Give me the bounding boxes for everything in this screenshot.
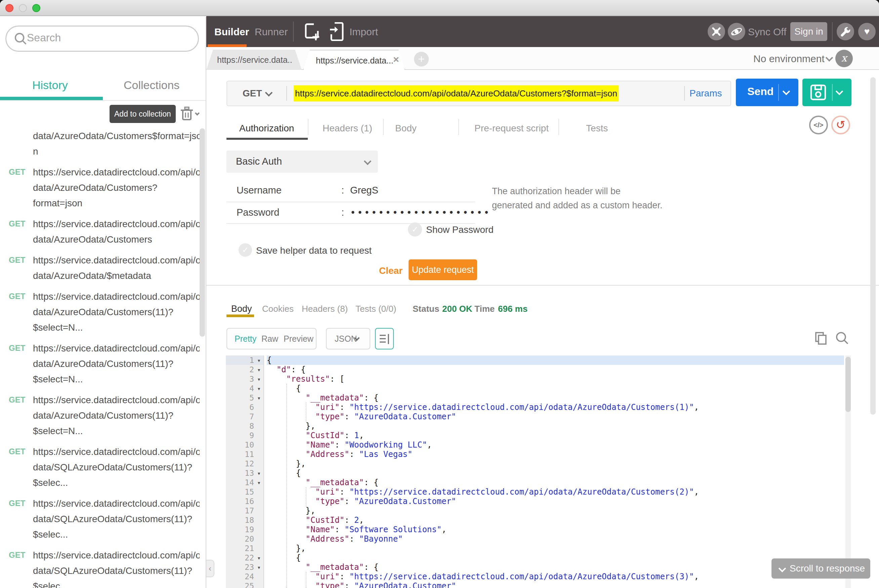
- view-pretty[interactable]: Pretty: [234, 334, 256, 344]
- chevron-down-icon[interactable]: [836, 88, 843, 95]
- line-number: 6: [226, 402, 263, 412]
- tab-history[interactable]: History: [32, 79, 68, 92]
- view-preview[interactable]: Preview: [284, 334, 314, 344]
- response-scrollbar-thumb[interactable]: [845, 357, 851, 412]
- history-item[interactable]: GEThttps://service.datadirectcloud.com/a…: [0, 444, 200, 496]
- history-item[interactable]: GEThttps://service.datadirectcloud.com/a…: [0, 289, 200, 341]
- divider: [206, 285, 879, 286]
- tab-body[interactable]: Body: [395, 123, 417, 134]
- response-tab-tests[interactable]: Tests (0/0): [356, 304, 396, 314]
- tab-authorization[interactable]: Authorization: [239, 123, 294, 134]
- generate-code-icon[interactable]: </>: [809, 116, 828, 134]
- update-request-button[interactable]: Update request: [409, 260, 477, 280]
- window-scrollbar-thumb[interactable]: [870, 77, 876, 415]
- close-window-button[interactable]: [5, 4, 14, 12]
- settings-wrench-icon[interactable]: [837, 23, 854, 40]
- sidebar: Search History Collections Add to collec…: [0, 17, 206, 588]
- history-url: https://service.datadirectcloud.com/api/…: [33, 341, 200, 387]
- history-method: GET: [9, 165, 33, 211]
- zoom-window-button[interactable]: [32, 4, 40, 12]
- history-item[interactable]: GEThttps://service.datadirectcloud.com/a…: [0, 216, 200, 253]
- clear-button[interactable]: Clear: [379, 266, 402, 276]
- response-search-icon[interactable]: [836, 331, 849, 345]
- sidebar-collapse-handle[interactable]: ‹: [206, 560, 214, 577]
- sync-icon[interactable]: [728, 23, 745, 40]
- language-select[interactable]: JSON: [326, 328, 370, 350]
- sign-in-button[interactable]: Sign in: [790, 22, 827, 41]
- undo-icon[interactable]: ↺: [831, 116, 850, 134]
- show-password-checkbox[interactable]: ✓: [408, 222, 422, 237]
- chevron-down-icon[interactable]: [195, 111, 200, 116]
- tab-collections[interactable]: Collections: [124, 79, 179, 92]
- import-label[interactable]: Import: [350, 26, 378, 38]
- line-number: 17: [226, 506, 263, 515]
- tab-tests[interactable]: Tests: [586, 123, 608, 134]
- scroll-to-response-button[interactable]: Scroll to response: [771, 558, 870, 579]
- response-tab-body[interactable]: Body: [231, 304, 252, 314]
- history-url: https://service.datadirectcloud.com/api/…: [33, 216, 200, 247]
- history-item[interactable]: data/AzureOdata/Customers$format=json: [0, 128, 200, 165]
- line-number: 14▾: [226, 478, 263, 487]
- nav-runner[interactable]: Runner: [255, 26, 288, 38]
- history-item[interactable]: GEThttps://service.datadirectcloud.com/a…: [0, 341, 200, 393]
- send-button[interactable]: Send: [736, 79, 798, 106]
- code-line: "uri": "https://service.datadirectcloud.…: [267, 487, 844, 496]
- code-line: "__metadata": {: [267, 478, 844, 487]
- import-icon[interactable]: [329, 22, 345, 41]
- history-item[interactable]: GEThttps://service.datadirectcloud.com/a…: [0, 393, 200, 444]
- code-line: "uri": "https://service.datadirectcloud.…: [267, 402, 844, 412]
- search-icon: [14, 32, 28, 46]
- request-tab-active[interactable]: https://service.data...: [303, 50, 405, 70]
- fold-icon[interactable]: ▾: [254, 376, 261, 383]
- interceptor-icon[interactable]: [708, 23, 725, 40]
- code-line: "CustId": 2,: [267, 515, 844, 525]
- minimize-window-button[interactable]: [19, 4, 27, 12]
- heart-icon[interactable]: ♥: [858, 23, 876, 40]
- sidebar-scrollbar-thumb[interactable]: [200, 128, 205, 337]
- history-url: https://service.datadirectcloud.com/api/…: [33, 289, 200, 335]
- history-item[interactable]: GEThttps://service.datadirectcloud.com/a…: [0, 165, 200, 216]
- response-tab-cookies[interactable]: Cookies: [262, 304, 294, 314]
- params-button[interactable]: Params: [690, 88, 722, 99]
- trash-icon[interactable]: [180, 106, 194, 122]
- fold-icon[interactable]: ▾: [254, 479, 261, 486]
- line-number: 8: [226, 422, 263, 431]
- history-item[interactable]: GEThttps://service.datadirectcloud.com/a…: [0, 253, 200, 289]
- beautify-button[interactable]: [375, 328, 394, 350]
- colon: :: [341, 185, 344, 196]
- fold-icon[interactable]: ▾: [254, 554, 261, 561]
- request-tab-inactive[interactable]: https://service.data..: [206, 50, 302, 70]
- method-select[interactable]: GET: [243, 88, 262, 99]
- username-value[interactable]: GregS: [350, 185, 378, 196]
- password-value[interactable]: ••••••••••••••••••••: [350, 207, 490, 218]
- fold-icon[interactable]: ▾: [254, 357, 261, 364]
- new-tab-icon[interactable]: [304, 22, 321, 41]
- fold-icon[interactable]: ▾: [254, 394, 261, 402]
- fold-icon[interactable]: ▾: [254, 470, 261, 477]
- divider: [293, 21, 294, 42]
- response-tab-headers[interactable]: Headers (8): [302, 304, 348, 314]
- copy-icon[interactable]: [815, 332, 827, 345]
- new-tab-plus-icon[interactable]: +: [414, 52, 429, 66]
- environment-selector[interactable]: No environment: [753, 53, 825, 64]
- history-item[interactable]: GEThttps://service.datadirectcloud.com/a…: [0, 548, 200, 588]
- fold-icon[interactable]: ▾: [254, 385, 261, 392]
- code-line: },: [267, 422, 844, 431]
- save-helper-checkbox[interactable]: ✓: [238, 243, 252, 257]
- fold-icon[interactable]: ▾: [254, 366, 261, 373]
- save-button[interactable]: [802, 79, 852, 106]
- nav-builder[interactable]: Builder: [214, 26, 249, 38]
- close-tab-icon[interactable]: ×: [393, 54, 399, 64]
- tab-pre-request-script[interactable]: Pre-request script: [474, 123, 549, 134]
- url-input[interactable]: https://service.datadirectcloud.com/api/…: [294, 86, 619, 102]
- code-line: },: [267, 506, 844, 515]
- auth-note-line2: generated and added as a custom header.: [492, 200, 662, 211]
- environment-quicklook-icon[interactable]: x: [836, 50, 853, 67]
- history-item[interactable]: GEThttps://service.datadirectcloud.com/a…: [0, 496, 200, 548]
- fold-icon[interactable]: ▾: [254, 564, 261, 571]
- history-method: GET: [9, 393, 33, 439]
- chevron-down-icon[interactable]: [783, 88, 790, 95]
- view-raw[interactable]: Raw: [261, 334, 278, 344]
- tab-headers[interactable]: Headers (1): [322, 123, 372, 134]
- response-body-code[interactable]: { "d": { "results": [ { "__metadata": { …: [267, 356, 844, 588]
